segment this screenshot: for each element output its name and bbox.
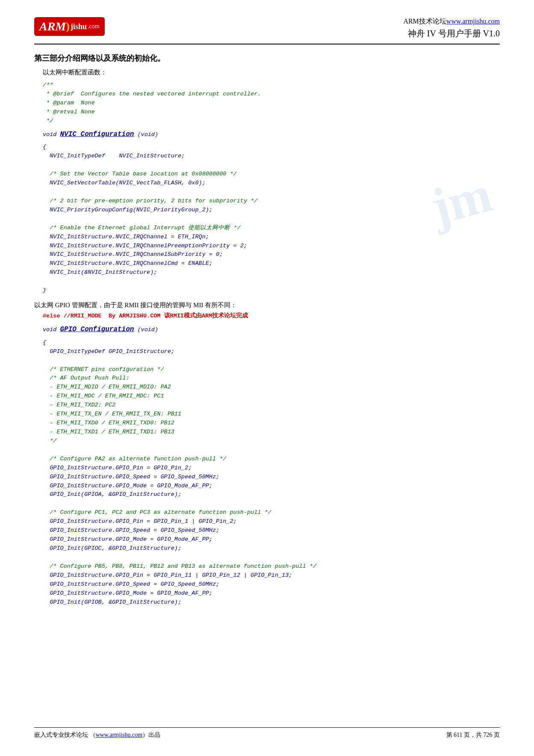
gpio-open-brace: {	[43, 338, 500, 347]
page-container: jm ARM ) jishu .com ARM技术论坛www.armjishu.…	[0, 0, 534, 756]
nvic-typedef: NVIC_InitTypeDef NVIC_InitStructure;	[43, 152, 500, 161]
nvic-comment-prio: /* 2 bit for pre-emption priority, 2 bit…	[43, 197, 500, 206]
gpio-pc-pin: GPIO_InitStructure.GPIO_Pin = GPIO_Pin_1…	[43, 517, 500, 526]
gpio-comment-pc: /* Configure PC1, PC2 and PC3 as alterna…	[43, 508, 500, 517]
nvic-cmd: NVIC_InitStructure.NVIC_IRQChannelCmd = …	[43, 259, 500, 268]
header-site: ARM技术论坛www.armjishu.com	[145, 17, 500, 26]
gpio-pa2-speed: GPIO_InitStructure.GPIO_Speed = GPIO_Spe…	[43, 473, 500, 482]
gpio-comment-txd1: - ETH_MII_TXD1 / ETH_RMII_TXD1: PB13	[43, 428, 500, 437]
gpio-pc-init: GPIO_Init(GPIOC, &GPIO_InitStructure);	[43, 544, 500, 553]
gpio-comment-txd2: - ETH_MII_TXD2: PC2	[43, 401, 500, 410]
gpio-func-sig: void GPIO_Configuration (void)	[43, 324, 500, 335]
nvic-init: NVIC_Init(&NVIC_InitStructure);	[43, 268, 500, 277]
gpio-void-keyword: void	[43, 326, 60, 333]
nvic-setvt: NVIC_SetVectorTable(NVIC_VectTab_FLASH, …	[43, 179, 500, 188]
gpio-pb-mode: GPIO_InitStructure.GPIO_Mode = GPIO_Mode…	[43, 589, 500, 598]
nvic-func-sig: void NVIC_Configuration (void)	[43, 129, 500, 140]
nvic-subprio: NVIC_InitStructure.NVIC_IRQChannelSubPri…	[43, 250, 500, 259]
footer-left-text: 嵌入式专业技术论坛 （	[34, 732, 96, 738]
header-right: ARM技术论坛www.armjishu.com 神舟 IV 号用户手册 V1.0	[128, 17, 500, 39]
header-manual-title: 神舟 IV 号用户手册 V1.0	[145, 28, 500, 39]
nvic-func-param: (void)	[134, 131, 158, 138]
header-divider	[34, 44, 500, 44]
nvic-close-brace: }	[43, 286, 500, 295]
nvic-comment-enable: /* Enable the Ethernet global Interrupt …	[43, 224, 500, 233]
nvic-comment-vt: /* Set the Vector Table base location at…	[43, 170, 500, 179]
comment-line-3: * @param None	[43, 99, 500, 108]
gpio-pa2-mode: GPIO_InitStructure.GPIO_Mode = GPIO_Mode…	[43, 482, 500, 491]
footer-left-suffix: ）出品	[142, 732, 160, 738]
comment-line-1: /**	[43, 81, 500, 90]
gpio-pb-init: GPIO_Init(GPIOB, &GPIO_InitStructure);	[43, 598, 500, 607]
comment-line-5: */	[43, 117, 500, 126]
header-site-url[interactable]: www.armjishu.com	[446, 18, 500, 25]
preprocessor-text: #else //RMII_MODE By ARMJISHU.COM 该RMII模…	[43, 313, 248, 319]
header-site-label: ARM技术论坛	[403, 18, 446, 25]
intro-text: 以太网中断配置函数：	[43, 68, 500, 77]
logo-area: ARM ) jishu .com	[34, 17, 128, 36]
nvic-func-name: NVIC_Configuration	[60, 130, 134, 138]
gpio-comment-mdio: - ETH_MII_MDIO / ETH_RMII_MDIO: PA2	[43, 383, 500, 392]
comment-line-4: * @retval None	[43, 108, 500, 117]
gpio-pa2-init: GPIO_Init(GPIOA, &GPIO_InitStructure);	[43, 490, 500, 499]
header: ARM ) jishu .com ARM技术论坛www.armjishu.com…	[34, 17, 500, 39]
gpio-body: { GPIO_InitTypeDef GPIO_InitStructure; /…	[43, 338, 500, 607]
gpio-pb-speed: GPIO_InitStructure.GPIO_Speed = GPIO_Spe…	[43, 580, 500, 589]
void-keyword: void	[43, 131, 60, 138]
comment-line-2: * @brief Configures the nested vectored …	[43, 90, 500, 99]
gpio-typedef: GPIO_InitTypeDef GPIO_InitStructure;	[43, 347, 500, 356]
logo-jishu-text: jishu	[71, 22, 87, 31]
nvic-body: { NVIC_InitTypeDef NVIC_InitStructure; /…	[43, 143, 500, 295]
between-text: 以太网 GPIO 管脚配置，由于是 RMII 接口使用的管脚与 MII 有所不同…	[34, 301, 500, 309]
gpio-comment-eth: /* ETHERNET pins configuration */	[43, 365, 500, 374]
nvic-preempt: NVIC_InitStructure.NVIC_IRQChannelPreemp…	[43, 242, 500, 251]
preprocessor-line: #else //RMII_MODE By ARMJISHU.COM 该RMII模…	[43, 312, 500, 321]
gpio-func-param: (void)	[134, 326, 158, 333]
gpio-comment-af: /* AF Output Push Pull:	[43, 374, 500, 383]
nvic-comment-block: /** * @brief Configures the nested vecto…	[43, 81, 500, 126]
gpio-comment-pa2: /* Configure PA2 as alternate function p…	[43, 455, 500, 464]
logo-com-text: .com	[88, 23, 100, 30]
gpio-comment-pb: /* Configure PB5, PB8, PB11, PB12 and PB…	[43, 562, 500, 571]
logo-paren: )	[66, 20, 70, 33]
gpio-pb-pin: GPIO_InitStructure.GPIO_Pin = GPIO_Pin_1…	[43, 571, 500, 580]
gpio-pc-speed: GPIO_InitStructure.GPIO_Speed = GPIO_Spe…	[43, 526, 500, 535]
logo-arm-text: ARM	[39, 20, 66, 33]
gpio-func-name: GPIO_Configuration	[60, 326, 134, 333]
nvic-irqchannel: NVIC_InitStructure.NVIC_IRQChannel = ETH…	[43, 233, 500, 242]
gpio-comment-txen: - ETH_MII_TX_EN / ETH_RMII_TX_EN: PB11	[43, 410, 500, 419]
footer-right: 第 611 页，共 726 页	[446, 731, 500, 739]
gpio-pa2-pin: GPIO_InitStructure.GPIO_Pin = GPIO_Pin_2…	[43, 464, 500, 473]
gpio-comment-close: */	[43, 437, 500, 446]
footer-left: 嵌入式专业技术论坛 （www.armjishu.com）出品	[34, 731, 160, 739]
gpio-pc-mode: GPIO_InitStructure.GPIO_Mode = GPIO_Mode…	[43, 535, 500, 544]
nvic-priogroup: NVIC_PriorityGroupConfig(NVIC_PriorityGr…	[43, 206, 500, 215]
page-footer: 嵌入式专业技术论坛 （www.armjishu.com）出品 第 611 页，共…	[34, 727, 500, 739]
section-title: 第三部分介绍网络以及系统的初始化。	[34, 53, 500, 63]
logo-box: ARM ) jishu .com	[34, 17, 105, 36]
footer-url[interactable]: www.armjishu.com	[96, 732, 143, 738]
gpio-comment-mdc: - ETH_MII_MDC / ETH_RMII_MDC: PC1	[43, 392, 500, 401]
nvic-open-brace: {	[43, 143, 500, 152]
gpio-comment-txd0: - ETH_MII_TXD0 / ETH_RMII_TXD0: PB12	[43, 419, 500, 428]
